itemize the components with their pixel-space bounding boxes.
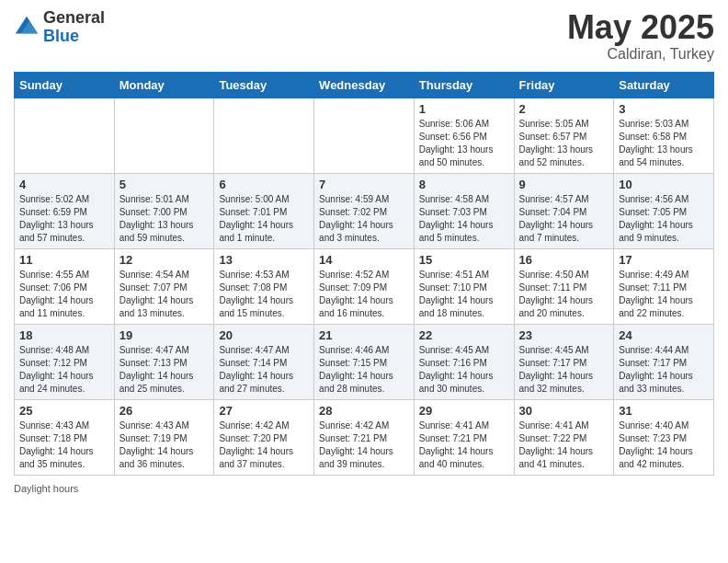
day-number: 14 — [319, 253, 409, 267]
day-detail: Sunrise: 5:05 AM Sunset: 6:57 PM Dayligh… — [519, 118, 609, 169]
calendar-cell: 27Sunrise: 4:42 AM Sunset: 7:20 PM Dayli… — [214, 399, 314, 475]
day-number: 6 — [219, 178, 309, 191]
calendar-cell: 5Sunrise: 5:01 AM Sunset: 7:00 PM Daylig… — [114, 173, 214, 248]
day-detail: Sunrise: 5:03 AM Sunset: 6:58 PM Dayligh… — [619, 118, 709, 169]
calendar-cell: 4Sunrise: 5:02 AM Sunset: 6:59 PM Daylig… — [15, 173, 115, 248]
day-detail: Sunrise: 4:47 AM Sunset: 7:13 PM Dayligh… — [119, 344, 210, 396]
calendar-cell: 21Sunrise: 4:46 AM Sunset: 7:15 PM Dayli… — [314, 324, 415, 399]
day-number: 1 — [419, 102, 509, 116]
day-detail: Sunrise: 4:43 AM Sunset: 7:19 PM Dayligh… — [119, 419, 210, 471]
day-number: 18 — [19, 328, 109, 342]
calendar-week-row: 11Sunrise: 4:55 AM Sunset: 7:06 PM Dayli… — [15, 248, 714, 324]
day-detail: Sunrise: 4:42 AM Sunset: 7:21 PM Dayligh… — [319, 419, 409, 471]
calendar-cell: 13Sunrise: 4:53 AM Sunset: 7:08 PM Dayli… — [214, 248, 314, 324]
day-detail: Sunrise: 4:47 AM Sunset: 7:14 PM Dayligh… — [219, 344, 309, 396]
day-detail: Sunrise: 4:48 AM Sunset: 7:12 PM Dayligh… — [19, 344, 109, 396]
day-detail: Sunrise: 4:55 AM Sunset: 7:06 PM Dayligh… — [19, 269, 109, 320]
day-detail: Sunrise: 4:51 AM Sunset: 7:10 PM Dayligh… — [419, 269, 509, 320]
calendar-cell: 15Sunrise: 4:51 AM Sunset: 7:10 PM Dayli… — [414, 248, 514, 324]
day-detail: Sunrise: 4:57 AM Sunset: 7:04 PM Dayligh… — [519, 193, 609, 245]
day-detail: Sunrise: 4:45 AM Sunset: 7:16 PM Dayligh… — [419, 344, 509, 396]
footer: Daylight hours — [14, 483, 714, 494]
calendar-cell: 25Sunrise: 4:43 AM Sunset: 7:18 PM Dayli… — [15, 399, 115, 475]
calendar-cell: 31Sunrise: 4:40 AM Sunset: 7:23 PM Dayli… — [614, 399, 714, 475]
col-header-monday: Monday — [114, 72, 214, 98]
calendar-cell: 20Sunrise: 4:47 AM Sunset: 7:14 PM Dayli… — [214, 324, 314, 399]
calendar-cell: 29Sunrise: 4:41 AM Sunset: 7:21 PM Dayli… — [414, 399, 514, 475]
calendar-cell: 28Sunrise: 4:42 AM Sunset: 7:21 PM Dayli… — [314, 399, 415, 475]
day-number: 5 — [119, 178, 210, 191]
day-detail: Sunrise: 5:00 AM Sunset: 7:01 PM Dayligh… — [219, 193, 309, 245]
day-number: 24 — [619, 328, 709, 342]
day-number: 11 — [19, 253, 109, 267]
day-number: 21 — [319, 328, 409, 342]
calendar-cell: 23Sunrise: 4:45 AM Sunset: 7:17 PM Dayli… — [514, 324, 614, 399]
day-detail: Sunrise: 4:44 AM Sunset: 7:17 PM Dayligh… — [619, 344, 709, 396]
day-number: 13 — [219, 253, 309, 267]
day-number: 7 — [319, 178, 409, 191]
calendar-cell: 16Sunrise: 4:50 AM Sunset: 7:11 PM Dayli… — [514, 248, 614, 324]
col-header-tuesday: Tuesday — [214, 72, 314, 98]
calendar-cell: 26Sunrise: 4:43 AM Sunset: 7:19 PM Dayli… — [114, 399, 214, 475]
day-number: 15 — [419, 253, 509, 267]
col-header-wednesday: Wednesday — [314, 72, 415, 98]
title-month: May 2025 — [567, 9, 714, 46]
calendar-cell: 11Sunrise: 4:55 AM Sunset: 7:06 PM Dayli… — [15, 248, 115, 324]
title-location: Caldiran, Turkey — [567, 46, 714, 63]
day-number: 29 — [419, 404, 509, 418]
calendar-cell: 3Sunrise: 5:03 AM Sunset: 6:58 PM Daylig… — [614, 98, 714, 173]
calendar-cell — [114, 98, 214, 173]
day-detail: Sunrise: 4:50 AM Sunset: 7:11 PM Dayligh… — [519, 269, 609, 320]
calendar-cell: 24Sunrise: 4:44 AM Sunset: 7:17 PM Dayli… — [614, 324, 714, 399]
day-number: 12 — [119, 253, 210, 267]
day-detail: Sunrise: 5:02 AM Sunset: 6:59 PM Dayligh… — [19, 193, 109, 245]
calendar-header-row: SundayMondayTuesdayWednesdayThursdayFrid… — [15, 72, 714, 98]
day-number: 10 — [619, 178, 709, 191]
day-detail: Sunrise: 4:43 AM Sunset: 7:18 PM Dayligh… — [19, 419, 109, 471]
calendar-cell: 22Sunrise: 4:45 AM Sunset: 7:16 PM Dayli… — [414, 324, 514, 399]
logo-blue: Blue — [43, 28, 105, 46]
day-number: 22 — [419, 328, 509, 342]
calendar-week-row: 4Sunrise: 5:02 AM Sunset: 6:59 PM Daylig… — [15, 173, 714, 248]
calendar-table: SundayMondayTuesdayWednesdayThursdayFrid… — [14, 72, 714, 476]
logo: General Blue — [14, 9, 105, 46]
calendar-cell — [314, 98, 415, 173]
day-detail: Sunrise: 4:42 AM Sunset: 7:20 PM Dayligh… — [219, 419, 309, 471]
day-number: 16 — [519, 253, 609, 267]
calendar-cell: 2Sunrise: 5:05 AM Sunset: 6:57 PM Daylig… — [514, 98, 614, 173]
calendar-cell: 19Sunrise: 4:47 AM Sunset: 7:13 PM Dayli… — [114, 324, 214, 399]
day-detail: Sunrise: 4:53 AM Sunset: 7:08 PM Dayligh… — [219, 269, 309, 320]
calendar-cell: 10Sunrise: 4:56 AM Sunset: 7:05 PM Dayli… — [614, 173, 714, 248]
day-detail: Sunrise: 4:45 AM Sunset: 7:17 PM Dayligh… — [519, 344, 609, 396]
day-number: 19 — [119, 328, 210, 342]
day-detail: Sunrise: 4:41 AM Sunset: 7:22 PM Dayligh… — [519, 419, 609, 471]
day-detail: Sunrise: 4:52 AM Sunset: 7:09 PM Dayligh… — [319, 269, 409, 320]
day-detail: Sunrise: 4:59 AM Sunset: 7:02 PM Dayligh… — [319, 193, 409, 245]
day-number: 4 — [19, 178, 109, 191]
col-header-friday: Friday — [514, 72, 614, 98]
day-detail: Sunrise: 4:40 AM Sunset: 7:23 PM Dayligh… — [619, 419, 709, 471]
logo-general: General — [43, 9, 105, 28]
day-number: 17 — [619, 253, 709, 267]
day-detail: Sunrise: 4:54 AM Sunset: 7:07 PM Dayligh… — [119, 269, 210, 320]
calendar-cell: 14Sunrise: 4:52 AM Sunset: 7:09 PM Dayli… — [314, 248, 415, 324]
calendar-cell: 7Sunrise: 4:59 AM Sunset: 7:02 PM Daylig… — [314, 173, 415, 248]
calendar-cell: 12Sunrise: 4:54 AM Sunset: 7:07 PM Dayli… — [114, 248, 214, 324]
day-number: 31 — [619, 404, 709, 418]
calendar-cell: 17Sunrise: 4:49 AM Sunset: 7:11 PM Dayli… — [614, 248, 714, 324]
col-header-saturday: Saturday — [614, 72, 714, 98]
day-detail: Sunrise: 4:49 AM Sunset: 7:11 PM Dayligh… — [619, 269, 709, 320]
logo-text: General Blue — [43, 9, 105, 46]
day-number: 30 — [519, 404, 609, 418]
calendar-cell: 6Sunrise: 5:00 AM Sunset: 7:01 PM Daylig… — [214, 173, 314, 248]
day-number: 28 — [319, 404, 409, 418]
day-detail: Sunrise: 4:56 AM Sunset: 7:05 PM Dayligh… — [619, 193, 709, 245]
day-number: 23 — [519, 328, 609, 342]
day-number: 25 — [19, 404, 109, 418]
day-number: 9 — [519, 178, 609, 191]
day-number: 20 — [219, 328, 309, 342]
day-detail: Sunrise: 5:01 AM Sunset: 7:00 PM Dayligh… — [119, 193, 210, 245]
calendar-week-row: 18Sunrise: 4:48 AM Sunset: 7:12 PM Dayli… — [15, 324, 714, 399]
title-block: May 2025 Caldiran, Turkey — [567, 9, 714, 63]
calendar-cell — [214, 98, 314, 173]
